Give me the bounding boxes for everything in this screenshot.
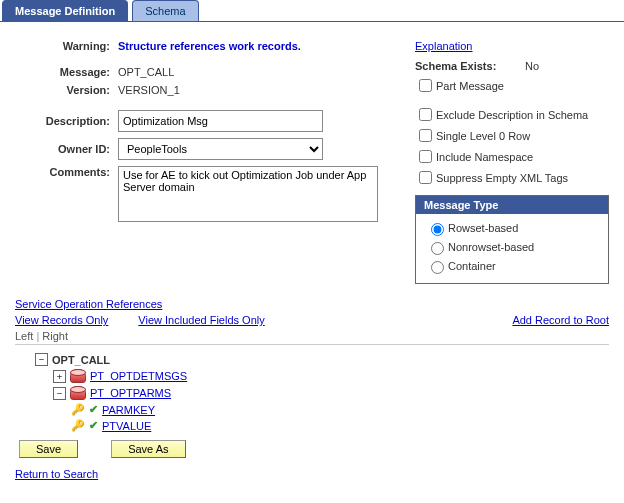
tree-field1[interactable]: PARMKEY (102, 404, 155, 416)
save-button[interactable]: Save (19, 440, 78, 458)
rowset-radio[interactable] (431, 223, 444, 236)
message-label: Message: (15, 66, 118, 78)
part-message-checkbox[interactable] (419, 79, 432, 92)
version-value: VERSION_1 (118, 84, 180, 96)
comments-label: Comments: (15, 166, 118, 178)
key-icon: 🔑 (71, 419, 85, 432)
record-icon (70, 386, 86, 400)
tree-root: OPT_CALL (52, 354, 110, 366)
collapse-icon[interactable]: − (35, 353, 48, 366)
check-icon: ✔ (89, 419, 98, 432)
add-record-link[interactable]: Add Record to Root (512, 314, 609, 326)
tab-message-definition[interactable]: Message Definition (2, 0, 128, 21)
key-icon: 🔑 (71, 403, 85, 416)
owner-select[interactable]: PeopleTools (118, 138, 323, 160)
comments-textarea[interactable]: Use for AE to kick out Optimization Job … (118, 166, 378, 222)
explanation-link[interactable]: Explanation (415, 40, 473, 52)
suppress-empty-label: Suppress Empty XML Tags (436, 172, 568, 184)
version-label: Version: (15, 84, 118, 96)
warning-label: Warning: (15, 40, 118, 52)
right-toggle[interactable]: Right (42, 330, 68, 342)
message-value: OPT_CALL (118, 66, 174, 78)
container-radio[interactable] (431, 261, 444, 274)
message-type-header: Message Type (416, 196, 608, 214)
container-label: Container (448, 260, 496, 272)
form-left: Warning: Structure references work recor… (15, 32, 385, 284)
tab-bar: Message Definition Schema (0, 0, 624, 22)
tree-field2[interactable]: PTVALUE (102, 420, 151, 432)
save-as-button[interactable]: Save As (111, 440, 185, 458)
rowset-label: Rowset-based (448, 222, 518, 234)
view-included-link[interactable]: View Included Fields Only (138, 314, 264, 326)
tree-child2[interactable]: PT_OPTPARMS (90, 387, 171, 399)
single-level-label: Single Level 0 Row (436, 130, 530, 142)
form-right: Explanation Schema Exists: No Part Messa… (415, 32, 609, 284)
exclude-desc-checkbox[interactable] (419, 108, 432, 121)
description-input[interactable] (118, 110, 323, 132)
view-records-link[interactable]: View Records Only (15, 314, 108, 326)
owner-label: Owner ID: (15, 143, 118, 155)
tab-schema[interactable]: Schema (132, 0, 198, 21)
single-level-checkbox[interactable] (419, 129, 432, 142)
suppress-empty-checkbox[interactable] (419, 171, 432, 184)
left-right-toggle: Left | Right (15, 330, 609, 342)
include-ns-label: Include Namespace (436, 151, 533, 163)
tree-child1[interactable]: PT_OPTDETMSGS (90, 370, 187, 382)
schema-exists-value: No (525, 60, 539, 72)
record-icon (70, 369, 86, 383)
collapse-icon[interactable]: − (53, 387, 66, 400)
nonrowset-label: Nonrowset-based (448, 241, 534, 253)
description-label: Description: (15, 115, 118, 127)
check-icon: ✔ (89, 403, 98, 416)
service-op-link[interactable]: Service Operation References (15, 298, 162, 310)
part-message-label: Part Message (436, 80, 504, 92)
message-type-box: Message Type Rowset-based Nonrowset-base… (415, 195, 609, 284)
left-toggle[interactable]: Left (15, 330, 33, 342)
schema-exists-label: Schema Exists: (415, 60, 525, 72)
warning-text: Structure references work records. (118, 40, 301, 52)
return-link[interactable]: Return to Search (15, 468, 98, 480)
exclude-desc-label: Exclude Description in Schema (436, 109, 588, 121)
expand-icon[interactable]: + (53, 370, 66, 383)
record-tree: − OPT_CALL + PT_OPTDETMSGS − PT_OPTPARMS… (15, 353, 609, 432)
nonrowset-radio[interactable] (431, 242, 444, 255)
include-ns-checkbox[interactable] (419, 150, 432, 163)
